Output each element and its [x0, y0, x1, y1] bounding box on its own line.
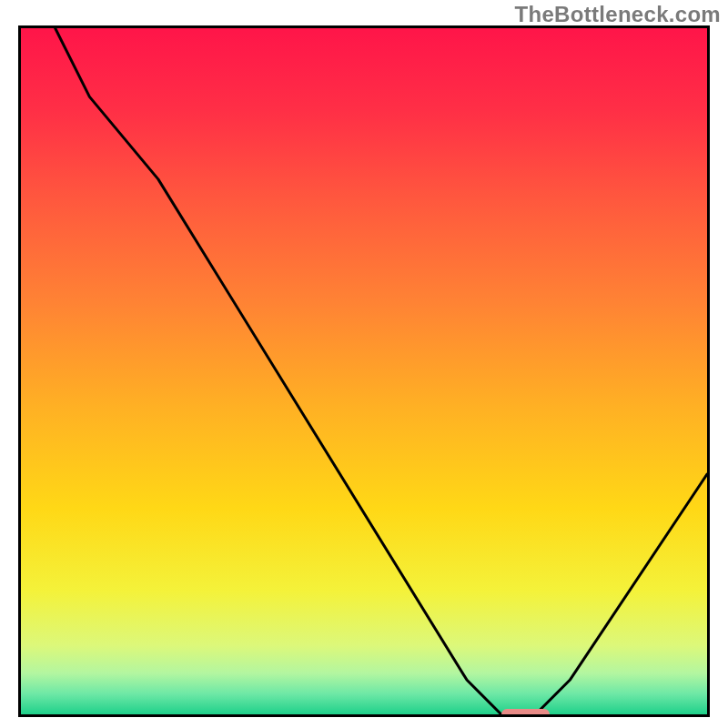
chart-frame: TheBottleneck.com	[0, 0, 728, 728]
watermark-text: TheBottleneck.com	[515, 2, 721, 27]
plot-area	[18, 25, 710, 717]
bottleneck-curve	[21, 28, 707, 714]
optimal-range-marker	[501, 709, 550, 717]
